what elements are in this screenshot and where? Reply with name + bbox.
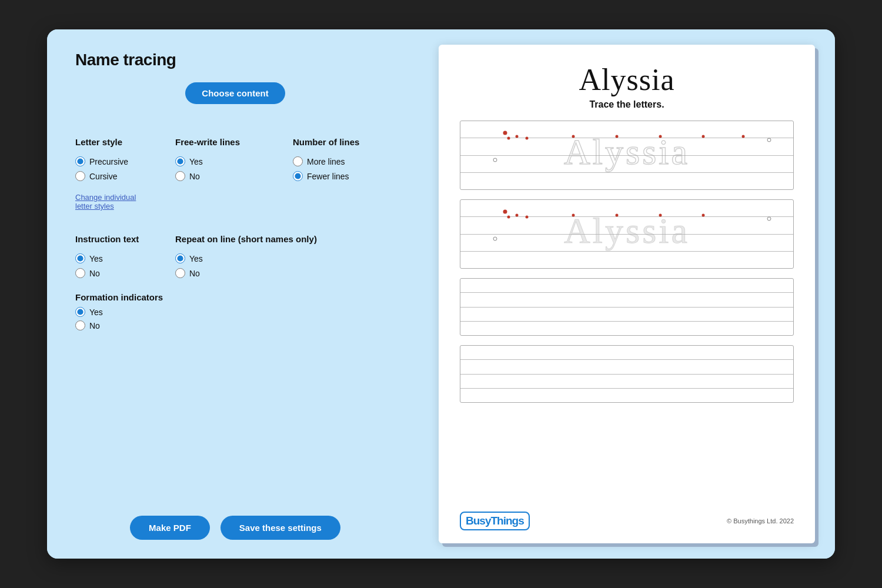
left-panel: Name tracing Choose content Letter style…: [47, 29, 423, 559]
trace-box-3: [460, 278, 794, 336]
number-of-lines-group: Number of lines More lines Fewer lines: [293, 137, 416, 181]
radio-precursive-input[interactable]: [75, 156, 85, 166]
radio-fw-yes[interactable]: Yes: [175, 156, 293, 166]
busythings-logo: BusyThings: [460, 512, 530, 530]
radio-it-no[interactable]: No: [75, 268, 175, 278]
radio-fw-yes-input[interactable]: [175, 156, 185, 166]
dot-markers-2: [460, 200, 793, 268]
letter-style-group: Letter style Precursive Cursive: [75, 137, 175, 181]
options-grid-row2: Instruction text Yes No Repeat on line (…: [75, 234, 395, 278]
formation-indicators-group: Formation indicators Yes No: [75, 292, 395, 330]
radio-more-lines[interactable]: More lines: [293, 156, 416, 166]
repeat-on-line-label: Repeat on line (short names only): [175, 234, 381, 244]
trace-letters-1: Alyssia: [460, 131, 793, 173]
number-of-lines-label: Number of lines: [293, 137, 416, 147]
radio-fw-no-input[interactable]: [175, 171, 185, 181]
worksheet-paper: Alyssia Trace the letters. Alyssia: [439, 45, 815, 543]
worksheet-name: Alyssia: [460, 62, 794, 97]
worksheet-subtitle: Trace the letters.: [460, 99, 794, 110]
trace-box-2: Alyssia: [460, 199, 794, 269]
trace-letters-2: Alyssia: [460, 210, 793, 252]
radio-fi-no[interactable]: No: [75, 320, 395, 330]
radio-it-yes-input[interactable]: [75, 253, 85, 263]
radio-rl-no[interactable]: No: [175, 268, 381, 278]
repeat-on-line-group: Repeat on line (short names only) Yes No: [175, 234, 381, 278]
radio-fewer-lines-input[interactable]: [293, 171, 303, 181]
letter-style-label: Letter style: [75, 137, 175, 147]
radio-cursive[interactable]: Cursive: [75, 171, 175, 181]
trace-box-1: Alyssia: [460, 121, 794, 190]
radio-precursive[interactable]: Precursive: [75, 156, 175, 166]
radio-cursive-input[interactable]: [75, 171, 85, 181]
radio-rl-yes[interactable]: Yes: [175, 253, 381, 263]
worksheet-footer: BusyThings © Busythings Ltd. 2022: [460, 508, 794, 530]
dot-markers-1: [460, 121, 793, 189]
formation-indicators-label: Formation indicators: [75, 292, 395, 302]
trace-box-4: [460, 345, 794, 403]
change-individual-styles-link[interactable]: Change individualletter styles: [75, 193, 136, 211]
app-container: Name tracing Choose content Letter style…: [47, 29, 835, 559]
make-pdf-button[interactable]: Make PDF: [130, 516, 210, 540]
page-title: Name tracing: [75, 51, 395, 69]
radio-it-yes[interactable]: Yes: [75, 253, 175, 263]
radio-rl-yes-input[interactable]: [175, 253, 185, 263]
options-grid-row1: Letter style Precursive Cursive Free-wri…: [75, 137, 395, 181]
radio-it-no-input[interactable]: [75, 268, 85, 278]
right-panel: Alyssia Trace the letters. Alyssia: [423, 29, 835, 559]
radio-fewer-lines[interactable]: Fewer lines: [293, 171, 416, 181]
instruction-text-group: Instruction text Yes No: [75, 234, 175, 278]
bottom-buttons: Make PDF Save these settings: [75, 498, 395, 540]
radio-fi-yes[interactable]: Yes: [75, 307, 395, 317]
radio-more-lines-input[interactable]: [293, 156, 303, 166]
radio-fi-yes-input[interactable]: [75, 307, 85, 317]
copyright-text: © Busythings Ltd. 2022: [727, 517, 794, 524]
radio-fi-no-input[interactable]: [75, 320, 85, 330]
free-write-lines-label: Free-write lines: [175, 137, 293, 147]
instruction-text-label: Instruction text: [75, 234, 175, 244]
free-write-lines-group: Free-write lines Yes No: [175, 137, 293, 181]
save-settings-button[interactable]: Save these settings: [220, 516, 340, 540]
radio-fw-no[interactable]: No: [175, 171, 293, 181]
choose-content-button[interactable]: Choose content: [185, 82, 285, 104]
radio-rl-no-input[interactable]: [175, 268, 185, 278]
